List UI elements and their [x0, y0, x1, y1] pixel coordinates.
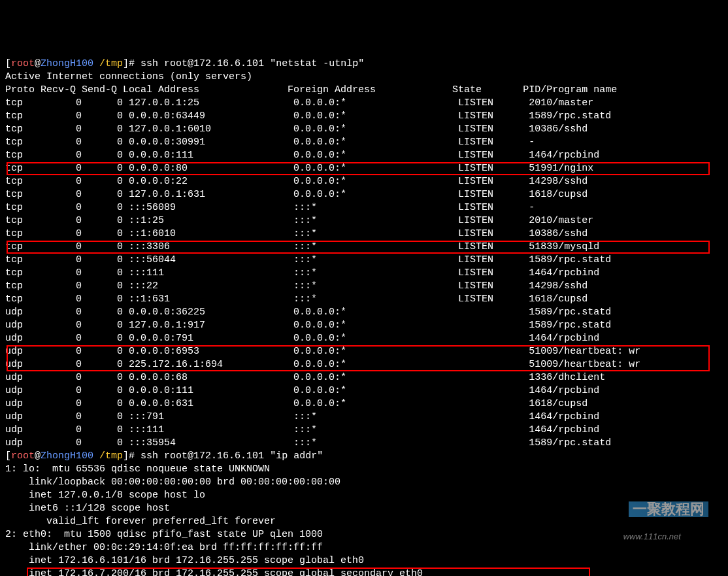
netstat-row: tcp 0 0 127.0.0.1:6010 0.0.0.0:* LISTEN …: [5, 123, 723, 136]
ipaddr-row: inet6 ::1/128 scope host: [5, 502, 723, 515]
netstat-row: tcp 0 0 :::22 :::* LISTEN 14298/sshd: [5, 280, 723, 293]
ipaddr-row: inet 172.16.6.101/16 brd 172.16.255.255 …: [5, 554, 723, 568]
watermark-url: www.111cn.net: [623, 530, 708, 543]
netstat-row: tcp 0 0 0.0.0.0:30991 0.0.0.0:* LISTEN -: [5, 136, 723, 149]
netstat-row: tcp 0 0 :::111 :::* LISTEN 1464/rpcbind: [5, 267, 723, 280]
netstat-row: tcp 0 0 0.0.0.0:80 0.0.0.0:* LISTEN 5199…: [5, 162, 723, 175]
netstat-row: udp 0 0 0.0.0.0:111 0.0.0.0:* 1464/rpcbi…: [5, 384, 723, 398]
netstat-row: tcp 0 0 127.0.0.1:25 0.0.0.0:* LISTEN 20…: [5, 97, 723, 110]
ipaddr-row: inet 127.0.0.1/8 scope host lo: [5, 489, 723, 502]
netstat-row: tcp 0 0 ::1:631 :::* LISTEN 1618/cupsd: [5, 293, 723, 306]
netstat-row: udp 0 0 225.172.16.1:694 0.0.0.0:* 51009…: [5, 358, 723, 371]
ipaddr-row: inet 172.16.7.200/16 brd 172.16.255.255 …: [5, 568, 723, 576]
netstat-row: tcp 0 0 ::1:6010 :::* LISTEN 10386/sshd: [5, 228, 723, 241]
watermark-brand: 一聚教程网: [629, 501, 708, 517]
netstat-header: Active Internet connections (only server…: [5, 71, 723, 84]
highlight-box: [7, 162, 710, 175]
watermark: 一聚教程网 www.111cn.net: [623, 488, 708, 556]
netstat-row: udp 0 0 127.0.0.1:917 0.0.0.0:* 1589/rpc…: [5, 319, 723, 332]
highlight-box: [7, 241, 710, 254]
netstat-row: tcp 0 0 ::1:25 :::* LISTEN 2010/master: [5, 214, 723, 228]
netstat-row: tcp 0 0 :::3306 :::* LISTEN 51839/mysqld: [5, 241, 723, 254]
netstat-row: udp 0 0 :::35954 :::* 1589/rpc.statd: [5, 437, 723, 450]
ipaddr-row: link/ether 00:0c:29:14:0f:ea brd ff:ff:f…: [5, 541, 723, 554]
shell-prompt[interactable]: [root@ZhongH100 /tmp]# ssh root@172.16.6…: [5, 450, 723, 463]
netstat-row: udp 0 0 0.0.0.0:68 0.0.0.0:* 1336/dhclie…: [5, 371, 723, 384]
ipaddr-row: 1: lo: mtu 65536 qdisc noqueue state UNK…: [5, 463, 723, 476]
netstat-row: tcp 0 0 :::56044 :::* LISTEN 1589/rpc.st…: [5, 254, 723, 267]
highlight-box: [27, 568, 590, 576]
netstat-row: tcp 0 0 0.0.0.0:22 0.0.0.0:* LISTEN 1429…: [5, 175, 723, 188]
terminal-output: [root@ZhongH100 /tmp]# ssh root@172.16.6…: [5, 58, 723, 576]
ipaddr-row: 2: eth0: mtu 1500 qdisc pfifo_fast state…: [5, 528, 723, 541]
netstat-row: tcp 0 0 :::56089 :::* LISTEN -: [5, 201, 723, 214]
netstat-row: udp 0 0 0.0.0.0:36225 0.0.0.0:* 1589/rpc…: [5, 306, 723, 319]
netstat-row: udp 0 0 :::111 :::* 1464/rpcbind: [5, 424, 723, 437]
netstat-columns: Proto Recv-Q Send-Q Local Address Foreig…: [5, 84, 723, 97]
netstat-row: udp 0 0 :::791 :::* 1464/rpcbind: [5, 411, 723, 424]
netstat-row: tcp 0 0 127.0.0.1:631 0.0.0.0:* LISTEN 1…: [5, 188, 723, 201]
netstat-row: tcp 0 0 0.0.0.0:111 0.0.0.0:* LISTEN 146…: [5, 149, 723, 162]
netstat-row: udp 0 0 0.0.0.0:791 0.0.0.0:* 1464/rpcbi…: [5, 332, 723, 345]
ipaddr-row: valid_lft forever preferred_lft forever: [5, 515, 723, 528]
netstat-row: udp 0 0 0.0.0.0:631 0.0.0.0:* 1618/cupsd: [5, 398, 723, 411]
netstat-row: udp 0 0 0.0.0.0:6953 0.0.0.0:* 51009/hea…: [5, 345, 723, 358]
shell-prompt[interactable]: [root@ZhongH100 /tmp]# ssh root@172.16.6…: [5, 58, 723, 71]
highlight-group: udp 0 0 0.0.0.0:6953 0.0.0.0:* 51009/hea…: [5, 345, 723, 371]
netstat-row: tcp 0 0 0.0.0.0:63449 0.0.0.0:* LISTEN 1…: [5, 110, 723, 123]
ipaddr-row: link/loopback 00:00:00:00:00:00 brd 00:0…: [5, 476, 723, 489]
